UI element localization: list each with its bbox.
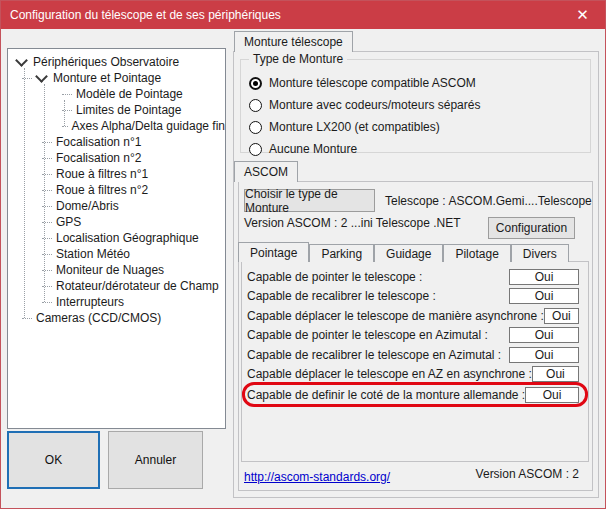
tree-item-label: Moniteur de Nuages <box>56 263 164 277</box>
tab-monture-telescope[interactable]: Monture télescope <box>234 31 353 52</box>
capability-label: Capable de pointer le telescope en Azimu… <box>247 328 509 342</box>
tab-label: Divers <box>523 247 557 261</box>
tree-item-axes-alpha-delta-guidage-fin[interactable]: Axes Alpha/Delta guidage fin <box>8 118 225 134</box>
tree-item-p-riph-riques-observatoire[interactable]: Périphériques Observatoire <box>8 54 225 70</box>
capability-row: Capable de recalibrer le telescope : Oui <box>247 288 579 304</box>
tree-item-dome-abris[interactable]: Dome/Abris <box>8 198 225 214</box>
tree-connector <box>62 110 72 111</box>
tree-item-label: Cameras (CCD/CMOS) <box>36 311 161 325</box>
radio-icon[interactable] <box>249 77 262 90</box>
ascom-standards-link[interactable]: http://ascom-standards.org/ <box>244 470 390 484</box>
tab-label: Pointage <box>250 246 297 260</box>
radio-label: Aucune Monture <box>269 142 357 156</box>
close-button[interactable]: ✕ <box>560 1 605 29</box>
tab-pointage[interactable]: Pointage <box>238 242 309 262</box>
capability-value: Oui <box>532 366 579 382</box>
tree-connector <box>42 174 52 175</box>
tree-item-roue-filtres-n-2[interactable]: Roue à filtres n°2 <box>8 182 225 198</box>
radio-icon[interactable] <box>249 121 262 134</box>
tree-item-label: Modèle de Pointage <box>76 87 183 101</box>
capability-value: Oui <box>509 327 579 343</box>
tab-divers[interactable]: Divers <box>511 244 569 262</box>
ascom-version-line: Version ASCOM : 2 ...ini Telescope .NET <box>244 216 461 230</box>
capability-label: Capable de recalibrer le telescope : <box>247 289 509 303</box>
capability-row: Capable déplacer le telescope en AZ en a… <box>247 366 579 382</box>
capability-row: Capable de pointer le telescope en Azimu… <box>247 327 579 343</box>
window-title: Configuration du télescope et de ses pér… <box>1 8 560 22</box>
tree-item-interrupteurs[interactable]: Interrupteurs <box>8 294 225 310</box>
capability-value: Oui <box>509 347 579 363</box>
tree-item-label: Rotateur/dérotateur de Champ <box>56 279 219 293</box>
tree-item-gps[interactable]: GPS <box>8 214 225 230</box>
capabilities-list: Capable de pointer le telescope : Oui Ca… <box>247 269 579 406</box>
radio-icon[interactable] <box>249 99 262 112</box>
capability-label: Capable déplacer le telescope de manière… <box>247 309 544 323</box>
capability-label: Capable de definir le coté de la monture… <box>247 388 525 402</box>
tree-item-rotateur-d-rotateur-de-champ[interactable]: Rotateur/dérotateur de Champ <box>8 278 225 294</box>
ascom-version-text: Version ASCOM : 2 <box>459 467 579 481</box>
tree-item-mod-le-de-pointage[interactable]: Modèle de Pointage <box>8 86 225 102</box>
cancel-button[interactable]: Annuler <box>108 431 203 489</box>
mount-type-options: Monture télescope compatible ASCOM Montu… <box>241 60 590 160</box>
capability-value: Oui <box>544 308 579 324</box>
tree-connector <box>42 270 52 271</box>
tree-item-monture-et-pointage[interactable]: Monture et Pointage <box>8 70 225 86</box>
tree-connector <box>42 222 52 223</box>
chevron-down-icon[interactable] <box>35 70 48 83</box>
tree-item-roue-filtres-n-1[interactable]: Roue à filtres n°1 <box>8 166 225 182</box>
radio-monture-t-lescope-compatible-ascom[interactable]: Monture télescope compatible ASCOM <box>249 72 590 94</box>
tree-item-focalisation-n-1[interactable]: Focalisation n°1 <box>8 134 225 150</box>
tree-item-localisation-g-ographique[interactable]: Localisation Géographique <box>8 230 225 246</box>
tree-item-label: Interrupteurs <box>56 295 124 309</box>
radio-label: Monture LX200 (et compatibles) <box>269 120 440 134</box>
radio-aucune-monture[interactable]: Aucune Monture <box>249 138 590 160</box>
tree-connector <box>62 126 68 127</box>
tree-item-label: Roue à filtres n°2 <box>56 183 148 197</box>
tree-item-label: Limites de Pointage <box>76 103 181 117</box>
tree-connector <box>42 302 52 303</box>
radio-icon[interactable] <box>249 143 262 156</box>
tree-item-label: Dome/Abris <box>56 199 119 213</box>
tab-parking[interactable]: Parking <box>309 244 374 262</box>
ok-button[interactable]: OK <box>7 431 100 489</box>
dialog-window: Configuration du télescope et de ses pér… <box>0 0 606 509</box>
tab-label: ASCOM <box>244 165 288 179</box>
tree-item-moniteur-de-nuages[interactable]: Moniteur de Nuages <box>8 262 225 278</box>
tree-item-label: Périphériques Observatoire <box>33 55 179 69</box>
tab-guidage[interactable]: Guidage <box>374 244 443 262</box>
tree-connector <box>62 94 72 95</box>
tree-connector <box>42 238 52 239</box>
tree-connector <box>42 190 52 191</box>
radio-label: Monture télescope compatible ASCOM <box>269 76 476 90</box>
tree-item-cameras-ccd-cmos[interactable]: Cameras (CCD/CMOS) <box>8 310 225 326</box>
chevron-down-icon[interactable] <box>15 54 28 67</box>
capability-value: Oui <box>509 269 579 285</box>
tree-item-label: Station Météo <box>56 247 130 261</box>
radio-monture-avec-codeurs-moteurs-s-par-s[interactable]: Monture avec codeurs/moteurs séparés <box>249 94 590 116</box>
radio-monture-lx200-et-compatibles[interactable]: Monture LX200 (et compatibles) <box>249 116 590 138</box>
tab-pilotage[interactable]: Pilotage <box>443 244 510 262</box>
tab-label: Pilotage <box>455 247 498 261</box>
peripherals-tree[interactable]: Périphériques Observatoire Monture et Po… <box>7 48 226 429</box>
capability-row: Capable déplacer le telescope de manière… <box>247 308 579 324</box>
tab-label: Parking <box>321 247 362 261</box>
tree-connector <box>42 206 52 207</box>
capability-value: Oui <box>525 387 579 403</box>
telescope-driver-label: Telescope : ASCOM.Gemi....Telescope <box>385 194 592 208</box>
tree-item-label: Axes Alpha/Delta guidage fin <box>72 119 225 133</box>
titlebar[interactable]: Configuration du télescope et de ses pér… <box>1 1 605 29</box>
configuration-button[interactable]: Configuration <box>488 217 575 239</box>
tree-item-label: GPS <box>56 215 81 229</box>
tab-ascom[interactable]: ASCOM <box>234 161 298 182</box>
capability-row: Capable de pointer le telescope : Oui <box>247 269 579 285</box>
tree-connector <box>42 254 52 255</box>
radio-label: Monture avec codeurs/moteurs séparés <box>269 98 480 112</box>
tree-item-label: Monture et Pointage <box>53 71 161 85</box>
tree-item-focalisation-n-2[interactable]: Focalisation n°2 <box>8 150 225 166</box>
tree-item-limites-de-pointage[interactable]: Limites de Pointage <box>8 102 225 118</box>
tree-item-station-m-t-o[interactable]: Station Météo <box>8 246 225 262</box>
tree-item-label: Localisation Géographique <box>56 231 199 245</box>
tree-connector <box>42 286 52 287</box>
tree-item-label: Focalisation n°2 <box>56 151 142 165</box>
choose-mount-type-button[interactable]: Choisir le type de Monture <box>244 189 375 212</box>
